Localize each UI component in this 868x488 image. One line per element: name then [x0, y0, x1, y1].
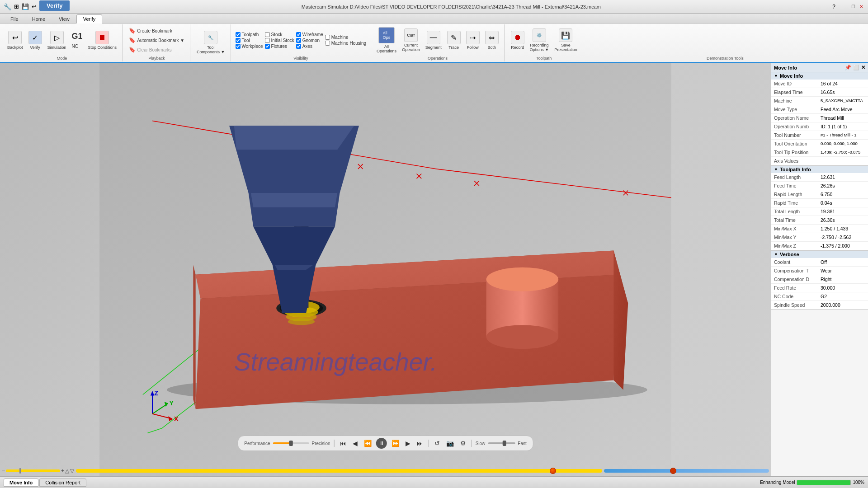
pause-button[interactable]: ⏸ [376, 438, 387, 449]
check-initial-stock[interactable]: Initial Stock [265, 38, 294, 43]
speed-slider[interactable] [488, 442, 515, 444]
current-operation-button[interactable]: Curr CurrentOperation [400, 28, 422, 53]
check-workpiece[interactable]: Workpiece [236, 44, 263, 49]
label-feed-rate: Feed Rate [771, 284, 819, 291]
simulation-button[interactable]: ▷ Simulation [46, 30, 68, 51]
tool-components-button[interactable]: 🔧 ToolComponents ▼ [195, 30, 226, 55]
perf-thumb[interactable] [289, 441, 292, 446]
tab-verify[interactable]: Verify [76, 14, 103, 23]
zoom-track[interactable] [6, 469, 60, 472]
create-bookmark-button[interactable]: 🔖 Create Bookmark [127, 27, 186, 35]
recording-options-button[interactable]: ⚙️ RecordingOptions ▼ [528, 28, 551, 53]
check-toolpath[interactable]: Toolpath [236, 32, 263, 37]
playback-area: Performance Precision ⏮ ◀ ⏪ ⏸ ⏩ ▶ ⏭ ↺ 📷 … [237, 436, 533, 451]
check-machine-housing[interactable]: Machine Housing [325, 41, 366, 46]
mode-label: Mode [57, 56, 67, 61]
tab-home[interactable]: Home [25, 14, 52, 23]
zoom-in-btn[interactable]: + [61, 468, 64, 474]
tab-view[interactable]: View [52, 14, 76, 23]
panel-pin-icon[interactable]: 📌 [845, 65, 851, 70]
tab-move-info[interactable]: Move Info [4, 479, 38, 487]
segment-button[interactable]: — Segment [424, 30, 443, 51]
titlebar-controls[interactable]: ? — ☐ ✕ [832, 4, 864, 10]
label-minmax-y: Min/Max Y [771, 234, 819, 241]
progress-track[interactable] [76, 469, 602, 473]
check-axes[interactable]: Axes [296, 44, 323, 49]
viewport[interactable]: Streamingteacher. Z Y X Performan [0, 63, 771, 476]
check-tool[interactable]: Tool [236, 38, 263, 43]
tab-file[interactable]: File [4, 14, 25, 23]
zoom-down-btn[interactable]: ▽ [70, 468, 74, 474]
zoom-up-btn[interactable]: △ [65, 468, 69, 474]
both-button[interactable]: ⇔ Both [483, 30, 500, 51]
verify-button[interactable]: ✓ Verify [27, 30, 44, 51]
value-minmax-z: -1.375 / 2.000 [819, 242, 868, 249]
toolbar-icon-1[interactable]: ⊞ [14, 3, 19, 10]
check-wireframe[interactable]: Wireframe [296, 32, 323, 37]
move-info-section-header[interactable]: ▼ Move Info [771, 72, 868, 80]
value-feed-rate: 30.000 [819, 284, 868, 291]
check-group-machine: Machine Machine Housing [325, 35, 366, 46]
row-total-time: Total Time 26.30s [771, 216, 868, 225]
toolbar-icon-3[interactable]: ↩ [32, 3, 37, 10]
g1-button[interactable]: G1 [70, 31, 85, 42]
trace-button[interactable]: ✎ Trace [445, 30, 462, 51]
nc-button[interactable]: NC [70, 43, 85, 50]
verbose-section-label: Verbose [780, 252, 799, 257]
speed-thumb[interactable] [502, 441, 506, 446]
divider-2 [429, 440, 429, 447]
verbose-section-header[interactable]: ▼ Verbose [771, 251, 868, 258]
maximize-button[interactable]: ☐ [850, 4, 856, 10]
camera-button[interactable]: 📷 [444, 439, 456, 448]
perf-slider[interactable] [273, 442, 309, 444]
step-fwd-button[interactable]: ▶ [404, 439, 412, 448]
label-spindle-speed: Spindle Speed [771, 301, 819, 309]
value-total-time: 26.30s [819, 216, 868, 224]
settings-btn2[interactable]: ⚙ [458, 439, 468, 448]
tab-collision-report[interactable]: Collision Report [39, 479, 86, 487]
value-rapid-length: 6.750 [819, 191, 868, 198]
backplot-button[interactable]: ↩ Backplot [5, 30, 25, 51]
stop-conditions-button[interactable]: ⏹ Stop Conditions [86, 30, 119, 51]
row-minmax-z: Min/Max Z -1.375 / 2.000 [771, 242, 868, 250]
row-comp-dir: Compensation D Right [771, 275, 868, 284]
record-button[interactable]: ⏺ Record [509, 30, 526, 51]
follow-button[interactable]: ⇢ Follow [464, 30, 481, 51]
svg-marker-36 [251, 193, 337, 207]
check-machine[interactable]: Machine [325, 35, 366, 40]
panel-close-icon[interactable]: ✕ [861, 65, 865, 70]
progress-thumb[interactable] [550, 468, 556, 474]
move-info-body: Move ID 16 of 24 Elapsed Time 16.65s Mac… [771, 80, 868, 165]
close-button[interactable]: ✕ [858, 4, 864, 10]
all-operations-button[interactable]: AllOps AllOperations [375, 26, 398, 54]
zoom-out-btn[interactable]: − [2, 468, 5, 474]
label-feed-time: Feed Time [771, 182, 819, 189]
check-gnomon[interactable]: Gnomon [296, 38, 323, 43]
help-icon[interactable]: ? [832, 4, 835, 10]
playback-buttons: 🔖 Create Bookmark 🔖 Automatic Bookmark ▼… [127, 25, 186, 55]
minimize-button[interactable]: — [842, 4, 848, 10]
to-start-button[interactable]: ⏮ [338, 439, 348, 448]
progress-bar-fill [797, 480, 850, 485]
ribbon-group-visibility: Toolpath Tool Workpiece Stock Initial St… [232, 24, 371, 61]
value-elapsed-time: 16.65s [819, 89, 868, 96]
window-title: Mastercam Simulator D:\Video Files\ST VI… [70, 4, 832, 9]
check-stock[interactable]: Stock [265, 32, 294, 37]
clear-bookmarks-button[interactable]: 🔖 Clear Bookmarks [127, 46, 186, 54]
toolpath-section-header[interactable]: ▼ Toolpath Info [771, 166, 868, 173]
move-info-arrow: ▼ [774, 74, 778, 78]
secondary-thumb[interactable] [670, 468, 676, 474]
verbose-section: ▼ Verbose Coolant Off Compensation T Wea… [771, 251, 868, 310]
loop-button[interactable]: ↺ [433, 439, 442, 448]
ff-button[interactable]: ⏩ [390, 439, 401, 448]
secondary-track[interactable] [604, 469, 769, 473]
panel-expand-icon[interactable]: ⬜ [853, 65, 859, 70]
rewind-button[interactable]: ⏪ [362, 439, 373, 448]
toolbar-icon-2[interactable]: 💾 [22, 3, 29, 10]
check-group-left: Toolpath Tool Workpiece [236, 32, 263, 49]
save-presentation-button[interactable]: 💾 SavePresentation [552, 28, 579, 53]
step-back-button[interactable]: ◀ [351, 439, 359, 448]
to-end-button[interactable]: ⏭ [415, 439, 425, 448]
check-fixtures[interactable]: Fixtures [265, 44, 294, 49]
auto-bookmark-button[interactable]: 🔖 Automatic Bookmark ▼ [127, 36, 186, 44]
